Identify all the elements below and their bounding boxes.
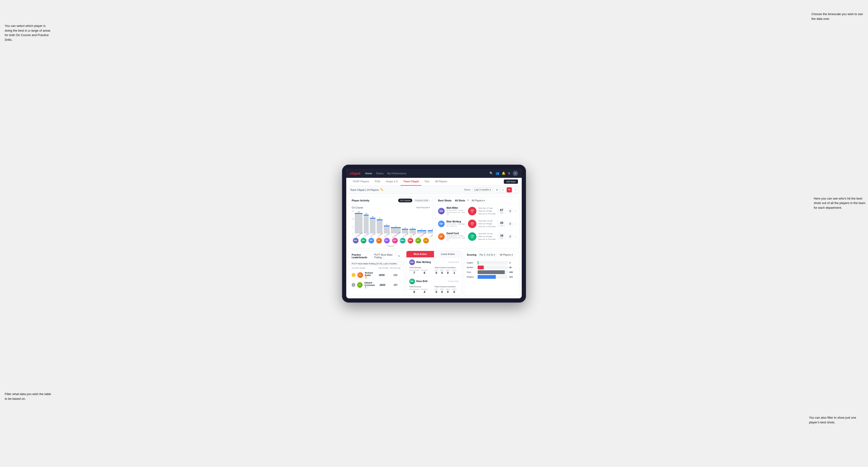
lb-player-info-2: Edward Crossman 🥈 2 (365, 282, 375, 288)
bar[interactable] (377, 219, 382, 234)
lb-row-2[interactable]: 2 EC Edward Crossman 🥈 2 18/20 107 (349, 280, 404, 290)
nav-teams[interactable]: Teams (376, 172, 383, 175)
player-avatar-7[interactable]: RBu (400, 238, 405, 243)
annotation-top-left: You can select which player is doing the… (5, 24, 52, 42)
grid-view-button[interactable]: ⊞ (494, 187, 500, 192)
best-shots-title: Best Shots (438, 199, 452, 202)
scoring-par-filter[interactable]: Par 3, 4 & 5s ▾ (478, 253, 497, 257)
players-filter[interactable]: All Players ▾ (470, 198, 486, 203)
most-active-card: Most Active Least Active BM Blair McHarg… (406, 251, 462, 296)
nav-links: Home Teams My Performance (365, 172, 485, 175)
shot-stat-zero-val-1: 0 (509, 210, 511, 213)
player-avatar-8[interactable]: MM (408, 238, 413, 243)
player-avatar-3[interactable]: DF (368, 238, 374, 243)
chart-dropdown-label: Total Rounds (416, 206, 428, 209)
bar[interactable] (355, 213, 363, 234)
sub-nav: PGAT Players PGA Hcaps 1-5 Team Clippd T… (346, 178, 522, 186)
least-active-tab[interactable]: Least Active (434, 251, 462, 257)
activity-card-header: Player Activity On Course Practice Drill… (349, 197, 433, 205)
shot-stat-zero-val-2: 0 (509, 222, 511, 225)
lb-row-1[interactable]: 1 RB Richard Butler 🏆 1 19/20 110 (349, 270, 404, 280)
list-view-button[interactable]: ≡ (500, 187, 506, 192)
bar-group: 9 J. Coles (377, 217, 382, 236)
most-active-tab[interactable]: Most Active (406, 251, 434, 257)
annotation-top-right: Choose the timescale you wish to see the… (811, 12, 863, 21)
lb-player-info-1: Richard Butler 🏆 1 (365, 272, 374, 279)
player-avatar-1[interactable]: BM (353, 238, 359, 243)
total-rounds-dropdown[interactable]: Total Rounds ▾ (416, 206, 430, 209)
total-rounds-label-2: Total Rounds (409, 286, 434, 288)
chevron-right-icon-3: › (516, 235, 516, 238)
lb-player-score-2: 🥈 2 (365, 286, 375, 288)
active-player-date-1: 26 Aug 2023 (448, 261, 459, 263)
shot-badge-sub-1: SG (471, 211, 473, 213)
avatar[interactable]: U (513, 171, 518, 176)
all-shots-tab[interactable]: All Shots (453, 199, 467, 203)
lb-columns: PLAYER NAME PB SCORE PB AVG SQ (349, 266, 404, 270)
player-avatar-5[interactable]: EE (384, 238, 390, 243)
y-label-5: 5 (352, 226, 354, 228)
score-row: Birdies 96 (467, 266, 516, 269)
bars-container: 13 B. McHarg 12 R. Britt 10 D. Ford 9 J.… (355, 210, 433, 236)
bar-group: 3 M. Miller (409, 227, 415, 236)
heart-view-button[interactable]: ♥ (507, 187, 512, 192)
scoring-players-label: All Players (500, 253, 511, 256)
shot-badge-num-1: 200 (471, 209, 474, 211)
best-shots-card: Best Shots All Shots ▾ All Players ▾ MM … (435, 196, 519, 248)
on-course-toggle[interactable]: On Course (398, 198, 412, 203)
player-avatar-9[interactable]: EC (415, 238, 421, 243)
shot-item-2[interactable]: BM Blair McHarg 23 Jul 2023 · Ashridge G… (435, 218, 519, 230)
tab-all-players[interactable]: All Players (432, 178, 450, 186)
y-label-15: 15 (352, 210, 354, 212)
shot-stat-num-1a: 67 (500, 209, 503, 212)
practice-drills-toggle[interactable]: Practice Drills (413, 198, 430, 203)
timescale-select[interactable]: Last 3 months ▾ (472, 188, 493, 192)
edit-icon[interactable]: ✏️ (380, 188, 383, 191)
shot-item-3[interactable]: DF David Ford 24 Aug 2023 · Royal North … (435, 230, 519, 243)
player-avatar-4[interactable]: JC (376, 238, 382, 243)
filter-view-button[interactable]: ⊧ (513, 187, 518, 192)
add-team-button[interactable]: Add Team (504, 180, 518, 184)
shot-item-1[interactable]: MM Matt Miller 09 Jun 2023 · Royal North… (435, 205, 519, 218)
lb-player-score-1: 🏆 1 (365, 276, 374, 279)
lb-pb-score-1: 19/20 (376, 274, 388, 276)
plus-circle-icon[interactable]: ⊕ (508, 172, 510, 175)
bar[interactable] (364, 215, 369, 234)
active-player-date-2: 02 Sep 2023 (448, 280, 459, 282)
tab-tour[interactable]: Tour (422, 178, 432, 186)
y-axis: 15 10 5 0 (352, 210, 354, 236)
scoring-chart: Eagles 3 Birdies 96 Pars 499 Bogeys 315 (464, 259, 519, 282)
player-avatar-2[interactable]: RB (361, 238, 366, 243)
nav-my-performance[interactable]: My Performance (387, 172, 406, 175)
player-avatar-6[interactable]: GB (392, 238, 398, 243)
chevron-right-icon-1: › (516, 210, 516, 213)
tab-hcaps[interactable]: Hcaps 1-5 (383, 178, 401, 186)
lb-dropdown[interactable]: PUTT Must Make Putting ... ▾ (373, 253, 401, 259)
active-player-header-2: RB Rees Britt 02 Sep 2023 (409, 279, 459, 284)
shot-start-lie-3: Start Lie: Rough (478, 235, 496, 238)
shot-start-lie-2: Start Lie: Rough (478, 222, 496, 225)
nav-home[interactable]: Home (365, 172, 372, 175)
people-icon[interactable]: 👥 (496, 172, 499, 175)
bar[interactable] (370, 218, 375, 234)
tab-pgat-players[interactable]: PGAT Players (350, 178, 372, 186)
player-avatar-10[interactable]: LR (423, 238, 429, 243)
bar[interactable] (428, 230, 433, 233)
main-grid: Player Activity On Course Practice Drill… (346, 194, 522, 251)
tab-pga[interactable]: PGA (372, 178, 383, 186)
shot-stat-box-1a: 67 yds (497, 208, 506, 214)
tablet-screen: clippd Home Teams My Performance 🔍 👥 🔔 ⊕… (346, 169, 522, 299)
rounds-sub-2: Tournament8 Practice4 (409, 288, 434, 294)
search-icon[interactable]: 🔍 (489, 172, 493, 175)
active-player-card-1: BM Blair McHarg 26 Aug 2023 Total Rounds… (406, 257, 462, 277)
chart-area: On Course Total Rounds ▾ 15 10 5 0 (349, 205, 433, 237)
tab-team-clippd[interactable]: Team Clippd (401, 178, 422, 186)
shot-details-2: Shot Dist: 43 yds Start Lie: Rough End L… (478, 220, 496, 228)
leaderboard-header: Practice Leaderboards PUTT Must Make Put… (349, 251, 404, 261)
app-logo: clippd (350, 172, 361, 175)
scoring-players-filter[interactable]: All Players ▾ (498, 253, 515, 257)
shot-stat-box-2a: 43 yds (497, 220, 506, 227)
bell-icon[interactable]: 🔔 (502, 172, 505, 175)
bar[interactable] (384, 225, 390, 233)
practice-leaderboards-card: Practice Leaderboards PUTT Must Make Put… (349, 251, 404, 296)
